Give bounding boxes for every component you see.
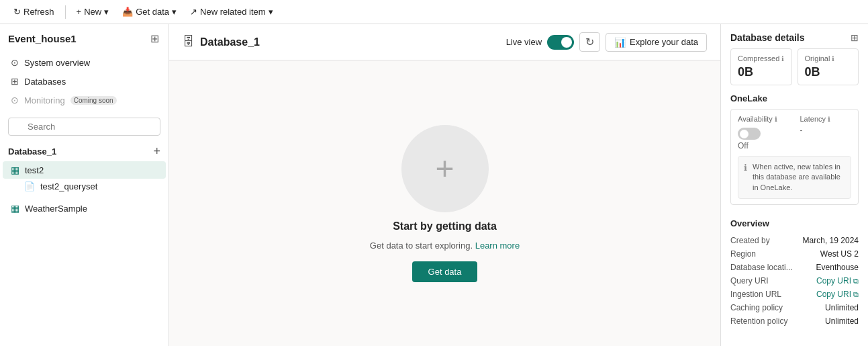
info-icon-original: ℹ [832, 55, 834, 62]
table-icon: ▦ [11, 165, 19, 175]
get-data-button[interactable]: 📥 Get data ▾ [117, 4, 182, 19]
live-view-toggle[interactable] [547, 35, 574, 50]
info-icon-latency: ℹ [828, 116, 830, 123]
empty-state-circle: + [401, 125, 489, 212]
overview-row-query-uri: Query URI Copy URI ⧉ [730, 274, 859, 288]
monitoring-icon: ⊙ [11, 95, 19, 105]
caching-value: Unlimited [825, 303, 859, 312]
empty-state: + Start by getting data Get data to star… [169, 60, 720, 346]
overview-row-ingestion-url: Ingestion URL Copy URI ⧉ [730, 288, 859, 301]
content-area: 🗄 Database_1 Live view ↻ 📊 Explore your … [169, 24, 720, 346]
right-panel: Database details ⊞ Compressed ℹ 0B Origi… [720, 24, 868, 346]
overview-row-db-location: Database locati... Eventhouse [730, 261, 859, 274]
ingestion-url-copy-link[interactable]: Copy URI ⧉ [816, 290, 859, 299]
info-icon-compressed: ℹ [781, 55, 784, 62]
original-value: 0B [805, 65, 852, 79]
chevron-down-icon: ▾ [104, 7, 109, 17]
onelake-toggle[interactable] [738, 128, 761, 140]
search-input[interactable] [8, 118, 160, 136]
sidebar-item-databases[interactable]: ⊞ Databases [5, 72, 163, 91]
overview-row-region: Region West US 2 [730, 247, 859, 261]
onelake-off-label: Off [738, 141, 789, 150]
content-refresh-button[interactable]: ↻ [579, 32, 600, 52]
original-stat-card: Original ℹ 0B [798, 48, 859, 85]
created-by-key: Created by [730, 236, 770, 245]
query-uri-key: Query URI [730, 276, 769, 286]
db-item-weather-sample[interactable]: ▦ WeatherSample [3, 200, 166, 217]
onelake-info-box: ℹ When active, new tables in this databa… [738, 156, 851, 199]
live-view-label: Live view [506, 37, 542, 47]
toolbar: ↻ Refresh + New ▾ 📥 Get data ▾ ↗ New rel… [0, 0, 868, 24]
info-circle-icon: ℹ [744, 163, 747, 173]
external-link-icon: ↗ [190, 7, 197, 17]
onelake-title: OneLake [730, 93, 859, 103]
stats-row: Compressed ℹ 0B Original ℹ 0B [721, 48, 868, 93]
overview-row-created-by: Created by March, 19 2024 [730, 234, 859, 247]
main-layout: Event_house1 ⊞ ⊙ System overview ⊞ Datab… [0, 24, 868, 346]
db-section-header: Database_1 + [0, 141, 168, 161]
get-data-main-button[interactable]: Get data [412, 261, 478, 282]
onelake-info-text: When active, new tables in this database… [753, 162, 845, 193]
refresh-button[interactable]: ↻ Refresh [8, 4, 60, 19]
chevron-down-icon-2: ▾ [172, 7, 177, 17]
db-item-test2[interactable]: ▦ test2 [3, 161, 166, 179]
explore-your-data-button[interactable]: 📊 Explore your data [606, 33, 707, 52]
onelake-card: Availability ℹ Off Latency ℹ - [730, 109, 859, 205]
overview-row-retention: Retention policy Unlimited [730, 314, 859, 328]
sidebar-item-system-overview[interactable]: ⊙ System overview [5, 53, 163, 72]
queryset-icon: 📄 [24, 181, 35, 191]
empty-state-title: Start by getting data [393, 220, 497, 232]
learn-more-link[interactable]: Learn more [475, 241, 520, 251]
latency-label: Latency ℹ [800, 115, 852, 123]
databases-icon: ⊞ [11, 76, 19, 87]
sidebar-nav: ⊙ System overview ⊞ Databases ⊙ Monitori… [0, 50, 168, 112]
search-wrapper: 🔍 [8, 118, 160, 136]
refresh-icon: ↻ [13, 7, 21, 17]
chevron-down-icon-3: ▾ [269, 7, 273, 17]
explore-icon: 📊 [614, 37, 626, 48]
db-add-button[interactable]: + [153, 145, 160, 157]
overview-title: Overview [730, 218, 859, 228]
region-key: Region [730, 249, 756, 259]
refresh-icon-2: ↻ [585, 36, 594, 48]
event-house-title: Event_house1 [8, 33, 77, 44]
latency-value: - [800, 126, 852, 135]
sidebar-header: Event_house1 ⊞ [0, 24, 168, 50]
query-uri-copy-link[interactable]: Copy URI ⧉ [816, 276, 859, 286]
availability-label: Availability ℹ [738, 115, 789, 123]
onelake-knob [740, 130, 749, 138]
info-icon-availability: ℹ [775, 116, 777, 123]
original-label: Original ℹ [805, 54, 852, 62]
copy-icon-ingestion: ⧉ [853, 290, 859, 299]
db-header-icon: 🗄 [183, 35, 195, 49]
region-value: West US 2 [820, 249, 859, 259]
onelake-availability: Availability ℹ Off [738, 115, 789, 150]
sidebar: Event_house1 ⊞ ⊙ System overview ⊞ Datab… [0, 24, 169, 346]
ingestion-url-key: Ingestion URL [730, 290, 781, 299]
sidebar-search-area: 🔍 [0, 112, 168, 141]
compressed-value: 0B [738, 65, 785, 79]
db-sub-item-test2-queryset[interactable]: 📄 test2_queryset [3, 179, 166, 194]
new-related-button[interactable]: ↗ New related item ▾ [185, 4, 279, 19]
sidebar-expand-button[interactable]: ⊞ [149, 31, 160, 46]
content-header: 🗄 Database_1 Live view ↻ 📊 Explore your … [169, 24, 720, 60]
compressed-label: Compressed ℹ [738, 54, 785, 62]
sidebar-item-monitoring: ⊙ Monitoring Coming soon [5, 91, 163, 110]
panel-expand-button[interactable]: ⊞ [851, 32, 859, 43]
copy-icon-query: ⧉ [853, 277, 859, 286]
system-overview-icon: ⊙ [11, 57, 19, 68]
coming-soon-badge: Coming soon [70, 96, 117, 105]
new-button[interactable]: + New ▾ [71, 4, 115, 19]
panel-title: Database details [730, 32, 805, 43]
panel-section-header: Database details ⊞ [721, 24, 868, 48]
data-icon: 📥 [122, 7, 133, 17]
weather-table-icon: ▦ [11, 203, 19, 214]
onelake-controls-row: Availability ℹ Off Latency ℹ - [738, 115, 851, 150]
caching-key: Caching policy [730, 303, 783, 312]
empty-state-subtitle: Get data to start exploring. Learn more [370, 241, 520, 251]
created-by-value: March, 19 2024 [803, 236, 859, 245]
overview-row-caching: Caching policy Unlimited [730, 301, 859, 314]
onelake-section: OneLake Availability ℹ Off [721, 93, 868, 213]
toolbar-divider [65, 5, 66, 19]
db-name-heading: Database_1 [200, 36, 260, 48]
